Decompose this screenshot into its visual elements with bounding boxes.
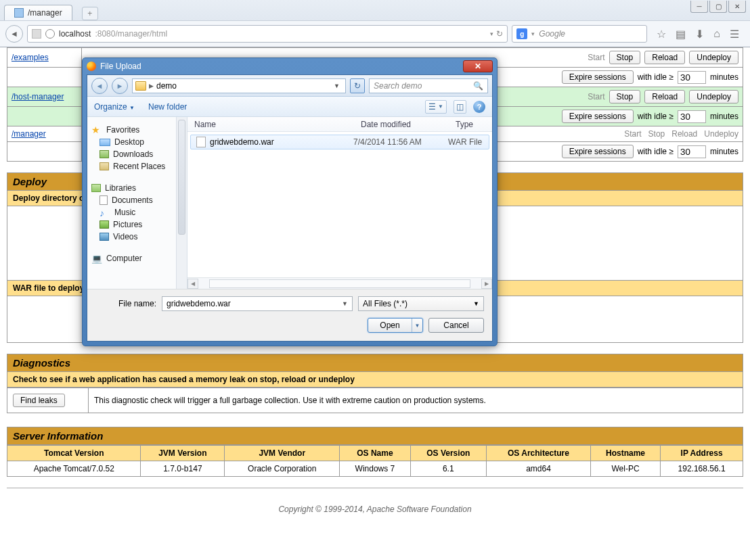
menu-icon[interactable]: ☰ xyxy=(730,28,739,41)
sidebar-documents[interactable]: Documents xyxy=(87,194,187,206)
back-button[interactable]: ◄ xyxy=(5,25,23,43)
preview-pane-button[interactable]: ◫ xyxy=(454,100,466,114)
refresh-button[interactable]: ↻ xyxy=(350,78,365,93)
dropdown-icon[interactable]: ▾ xyxy=(490,30,493,37)
copyright: Copyright © 1999-2014, Apache Software F… xyxy=(0,505,750,514)
diagnostics-table: Find leaks This diagnostic check will tr… xyxy=(7,388,743,413)
find-leaks-button[interactable]: Find leaks xyxy=(13,394,65,407)
file-type-select[interactable]: All Files (*.*)▼ xyxy=(358,296,484,311)
folder-icon xyxy=(135,81,146,91)
dialog-titlebar[interactable]: File Upload ✕ xyxy=(83,58,497,74)
browser-tab[interactable]: /manager xyxy=(4,5,72,20)
sidebar-music[interactable]: ♪Music xyxy=(87,206,187,218)
sidebar-desktop[interactable]: Desktop xyxy=(87,136,187,148)
breadcrumb[interactable]: ▶ demo ▼ xyxy=(132,78,346,93)
dialog-nav: ◄ ► ▶ demo ▼ ↻ Search demo 🔍 xyxy=(87,75,492,97)
open-button[interactable]: Open▼ xyxy=(368,318,423,333)
app-path[interactable]: /examples xyxy=(12,53,49,62)
reload-icon[interactable]: ↻ xyxy=(496,29,503,39)
diagnostics-sub: Check to see if a web application has ca… xyxy=(7,372,743,388)
column-name[interactable]: Name xyxy=(188,120,354,129)
dialog-close-button[interactable]: ✕ xyxy=(463,60,493,72)
stop-button[interactable]: Stop xyxy=(609,51,641,64)
videos-icon xyxy=(100,233,109,241)
stop-button[interactable]: Stop xyxy=(609,90,641,103)
scroll-right-button[interactable]: ▶ xyxy=(481,279,492,289)
filename-input[interactable]: gridwebdemo.war▼ xyxy=(162,296,353,311)
url-host: localhost xyxy=(59,29,91,39)
idle-input[interactable] xyxy=(678,145,706,158)
app-path[interactable]: /host-manager xyxy=(12,92,64,101)
sidebar-downloads[interactable]: Downloads xyxy=(87,148,187,160)
window-controls: ─ ▢ ✕ xyxy=(690,1,746,13)
bookmark-icon[interactable]: ☆ xyxy=(657,28,666,41)
chevron-down-icon[interactable]: ▼ xyxy=(342,300,348,307)
cancel-button[interactable]: Cancel xyxy=(428,318,484,333)
view-mode-button[interactable]: ☰▼ xyxy=(425,100,447,114)
toolbar-icons: ☆ ▤ ⬇ ⌂ ☰ xyxy=(651,28,745,41)
filename-label: File name: xyxy=(95,299,156,308)
home-icon[interactable]: ⌂ xyxy=(713,28,720,40)
undeploy-button[interactable]: Undeploy xyxy=(689,90,738,103)
chevron-down-icon: ▼ xyxy=(473,300,479,307)
file-row[interactable]: gridwebdemo.war 7/4/2014 11:56 AM WAR Fi… xyxy=(190,135,489,149)
reload-button[interactable]: Reload xyxy=(644,51,685,64)
server-info-table: Tomcat VersionJVM VersionJVM VendorOS Na… xyxy=(7,445,743,477)
sidebar-scrollbar[interactable] xyxy=(176,117,187,289)
chevron-down-icon[interactable]: ▼ xyxy=(334,83,343,89)
sidebar-recent[interactable]: Recent Places xyxy=(87,160,187,172)
list-icon: ☰ xyxy=(428,102,436,112)
maximize-button[interactable]: ▢ xyxy=(709,1,727,13)
browser-chrome: ─ ▢ ✕ /manager + ◄ localhost:8080/manage… xyxy=(0,0,750,47)
reload-button[interactable]: Reload xyxy=(644,90,685,103)
nav-back-button[interactable]: ◄ xyxy=(91,78,108,94)
open-dropdown-icon[interactable]: ▼ xyxy=(412,319,422,332)
downloads-icon[interactable]: ⬇ xyxy=(695,28,704,41)
idle-input[interactable] xyxy=(678,110,706,123)
idle-input[interactable] xyxy=(678,71,706,84)
new-folder-button[interactable]: New folder xyxy=(148,102,187,112)
search-icon: 🔍 xyxy=(473,81,483,91)
sidebar-computer[interactable]: 💻Computer xyxy=(87,252,187,264)
file-hscrollbar[interactable]: ◀ ▶ xyxy=(188,277,492,289)
sidebar-favorites[interactable]: ★Favorites xyxy=(87,124,187,136)
sidebar-libraries[interactable]: Libraries xyxy=(87,182,187,194)
new-tab-button[interactable]: + xyxy=(82,7,98,20)
dialog-search-input[interactable]: Search demo 🔍 xyxy=(369,78,488,93)
app-path[interactable]: /manager xyxy=(12,129,46,139)
idle-suffix: minutes xyxy=(710,72,738,82)
chevron-right-icon: ▶ xyxy=(149,83,154,89)
browser-search-input[interactable]: g ▾ Google xyxy=(512,25,647,43)
star-icon: ★ xyxy=(91,125,102,135)
minimize-button[interactable]: ─ xyxy=(690,1,708,13)
file-type: WAR File xyxy=(448,137,489,147)
expire-sessions-button[interactable]: Expire sessions xyxy=(562,145,634,158)
undeploy-button[interactable]: Undeploy xyxy=(689,51,738,64)
url-input[interactable]: localhost:8080/manager/html ▾ ↻ xyxy=(27,25,508,43)
organize-menu[interactable]: Organize ▼ xyxy=(94,102,135,112)
sidebar-pictures[interactable]: Pictures xyxy=(87,218,187,231)
desktop-icon xyxy=(100,139,110,146)
sidebar-videos[interactable]: Videos xyxy=(87,231,187,243)
column-type[interactable]: Type xyxy=(449,120,492,129)
dialog-title: File Upload xyxy=(100,62,141,71)
nav-forward-button[interactable]: ► xyxy=(112,78,128,94)
close-window-button[interactable]: ✕ xyxy=(728,1,746,13)
tab-bar: /manager + xyxy=(0,0,750,20)
file-name: gridwebdemo.war xyxy=(210,137,353,147)
expire-sessions-button[interactable]: Expire sessions xyxy=(562,70,634,84)
file-list: Name Date modified Type gridwebdemo.war … xyxy=(188,117,492,289)
breadcrumb-item[interactable]: demo xyxy=(156,81,177,91)
firefox-icon xyxy=(87,62,96,71)
scroll-left-button[interactable]: ◀ xyxy=(188,279,198,289)
expire-sessions-button[interactable]: Expire sessions xyxy=(562,110,634,123)
scrollbar-thumb[interactable] xyxy=(178,120,185,235)
reader-icon[interactable]: ▤ xyxy=(676,28,686,41)
url-path: :8080/manager/html xyxy=(95,29,167,39)
file-upload-dialog: File Upload ✕ ◄ ► ▶ demo ▼ ↻ Search demo… xyxy=(82,57,498,346)
dialog-footer: File name: gridwebdemo.war▼ All Files (*… xyxy=(87,289,492,341)
column-date[interactable]: Date modified xyxy=(354,120,449,129)
server-info-header: Server Information xyxy=(7,427,743,445)
help-button[interactable]: ? xyxy=(473,101,485,113)
diagnostics-desc: This diagnostic check will trigger a ful… xyxy=(89,388,743,413)
